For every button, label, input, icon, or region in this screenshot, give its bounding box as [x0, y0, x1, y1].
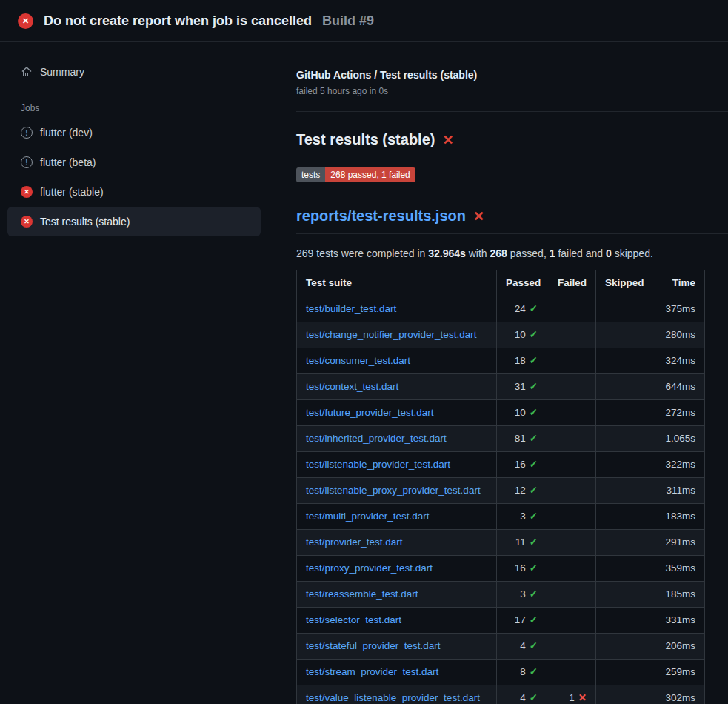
check-icon	[530, 433, 538, 444]
test-suite-link[interactable]: test/value_listenable_provider_test.dart	[306, 692, 480, 703]
passed-cell: 81	[497, 426, 547, 452]
test-suite-link[interactable]: test/proxy_provider_test.dart	[306, 562, 433, 574]
check-icon	[530, 407, 538, 418]
test-suite-link[interactable]: test/context_test.dart	[306, 381, 398, 392]
table-row: test/context_test.dart31644ms	[297, 374, 705, 400]
sidebar: Summary Jobs flutter (dev)flutter (beta)…	[0, 42, 278, 236]
test-suite-link[interactable]: test/reassemble_test.dart	[306, 588, 418, 600]
passed-cell: 18	[497, 348, 547, 374]
test-suite-link[interactable]: test/future_provider_test.dart	[306, 407, 434, 418]
check-icon	[530, 588, 538, 600]
skipped-cell	[596, 530, 652, 556]
x-circle-icon	[18, 13, 33, 29]
test-suite-link[interactable]: test/listenable_provider_test.dart	[306, 459, 450, 470]
skipped-cell	[596, 296, 652, 322]
skipped-cell	[596, 634, 652, 660]
passed-cell: 3	[497, 582, 547, 608]
suite-cell: test/consumer_test.dart	[297, 348, 497, 374]
skipped-cell	[596, 400, 652, 426]
suite-cell: test/inherited_provider_test.dart	[297, 426, 497, 452]
job-label: flutter (beta)	[40, 156, 96, 168]
job-label: flutter (stable)	[40, 186, 104, 198]
summary-skipped-count: 0	[606, 248, 612, 259]
sidebar-item-flutter-stable[interactable]: flutter (stable)	[7, 177, 261, 207]
passed-cell: 10	[497, 322, 547, 348]
time-cell: 302ms	[652, 685, 705, 704]
suite-cell: test/multi_provider_test.dart	[297, 504, 497, 530]
failed-cell	[547, 608, 596, 634]
passed-count: 8	[520, 666, 526, 677]
test-suite-link[interactable]: test/multi_provider_test.dart	[306, 511, 430, 522]
time-cell: 331ms	[652, 608, 705, 634]
sidebar-item-summary[interactable]: Summary	[0, 62, 278, 82]
table-row: test/change_notifier_provider_test.dart1…	[297, 322, 705, 348]
jobs-heading: Jobs	[21, 103, 278, 113]
suite-cell: test/reassemble_test.dart	[297, 582, 497, 608]
passed-count: 11	[515, 537, 526, 548]
failed-cell	[547, 582, 596, 608]
table-row: test/inherited_provider_test.dart811.065…	[297, 426, 705, 452]
suite-cell: test/value_listenable_provider_test.dart	[297, 685, 497, 704]
suite-cell: test/change_notifier_provider_test.dart	[297, 322, 497, 348]
report-title: reports/test-results.json	[296, 207, 466, 225]
sidebar-item-flutter-dev[interactable]: flutter (dev)	[7, 118, 261, 147]
test-suite-link[interactable]: test/consumer_test.dart	[306, 355, 410, 366]
skipped-cell	[596, 685, 652, 704]
table-row: test/stream_provider_test.dart8259ms	[297, 660, 705, 685]
summary-text: with	[466, 248, 490, 259]
breadcrumb: GitHub Actions / Test results (stable)	[296, 69, 705, 81]
failed-cell	[547, 400, 596, 426]
failed-cell	[547, 296, 596, 322]
sidebar-jobs: flutter (dev)flutter (beta)flutter (stab…	[0, 118, 278, 236]
report-file-link[interactable]: reports/test-results.json	[296, 207, 484, 225]
alert-circle-icon	[21, 127, 33, 139]
time-cell: 322ms	[652, 452, 705, 478]
results-table: Test suitePassedFailedSkippedTime test/b…	[296, 270, 705, 704]
test-suite-link[interactable]: test/listenable_proxy_provider_test.dart	[306, 485, 481, 496]
divider	[296, 111, 728, 112]
test-suite-link[interactable]: test/builder_test.dart	[306, 303, 396, 314]
passed-count: 18	[515, 355, 526, 366]
table-row: test/multi_provider_test.dart3183ms	[297, 504, 705, 530]
check-icon	[530, 511, 538, 522]
test-suite-link[interactable]: test/provider_test.dart	[306, 537, 403, 548]
failed-cell	[547, 556, 596, 582]
passed-count: 31	[515, 381, 526, 392]
summary-text: passed,	[507, 248, 550, 259]
time-cell: 206ms	[652, 634, 705, 660]
main-content: GitHub Actions / Test results (stable) f…	[278, 42, 728, 704]
check-icon	[530, 666, 538, 677]
check-icon	[530, 485, 538, 496]
x-circle-icon	[21, 216, 33, 228]
column-header-failed: Failed	[547, 270, 596, 296]
passed-count: 10	[515, 329, 526, 340]
x-icon	[442, 132, 453, 148]
results-table-header-row: Test suitePassedFailedSkippedTime	[297, 270, 705, 296]
x-icon	[578, 692, 587, 703]
sidebar-item-test-results-stable[interactable]: Test results (stable)	[7, 207, 261, 236]
passed-cell: 17	[497, 608, 547, 634]
alert-circle-icon	[21, 156, 33, 168]
passed-cell: 16	[497, 556, 547, 582]
summary-passed-count: 268	[490, 248, 507, 259]
passed-count: 16	[515, 459, 526, 470]
job-label: Test results (stable)	[40, 216, 130, 228]
test-suite-link[interactable]: test/stateful_provider_test.dart	[306, 640, 441, 651]
sidebar-item-flutter-beta[interactable]: flutter (beta)	[7, 147, 261, 177]
column-header-time: Time	[652, 270, 705, 296]
test-suite-link[interactable]: test/change_notifier_provider_test.dart	[306, 329, 476, 340]
section-title: Test results (stable)	[296, 131, 435, 148]
test-suite-link[interactable]: test/stream_provider_test.dart	[306, 666, 438, 677]
suite-cell: test/selector_test.dart	[297, 608, 497, 634]
skipped-cell	[596, 322, 652, 348]
skipped-cell	[596, 582, 652, 608]
passed-cell: 16	[497, 452, 547, 478]
table-row: test/future_provider_test.dart10272ms	[297, 400, 705, 426]
passed-count: 3	[520, 511, 526, 522]
skipped-cell	[596, 452, 652, 478]
suite-cell: test/stream_provider_test.dart	[297, 660, 497, 685]
test-suite-link[interactable]: test/selector_test.dart	[306, 614, 401, 625]
skipped-cell	[596, 374, 652, 400]
test-suite-link[interactable]: test/inherited_provider_test.dart	[306, 433, 447, 444]
table-row: test/selector_test.dart17331ms	[297, 608, 705, 634]
